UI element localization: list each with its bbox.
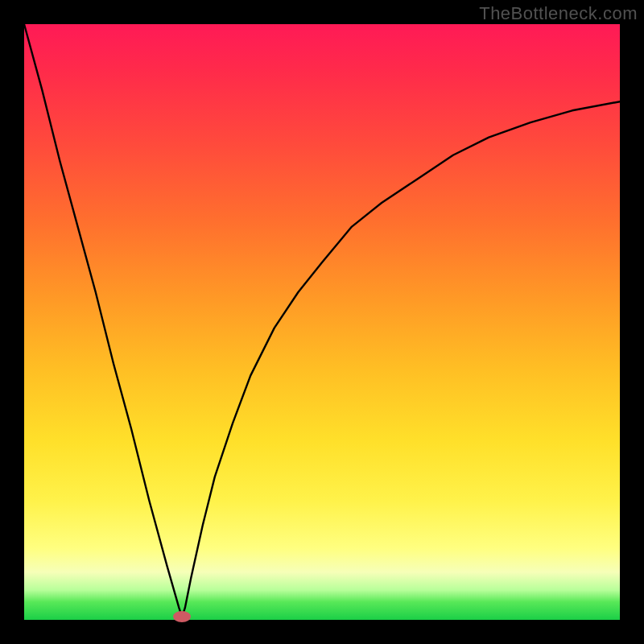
plot-area xyxy=(24,24,620,620)
minimum-marker xyxy=(173,611,191,622)
watermark-text: TheBottleneck.com xyxy=(479,3,638,24)
chart-frame: TheBottleneck.com xyxy=(0,0,644,644)
bottleneck-curve xyxy=(24,24,620,620)
